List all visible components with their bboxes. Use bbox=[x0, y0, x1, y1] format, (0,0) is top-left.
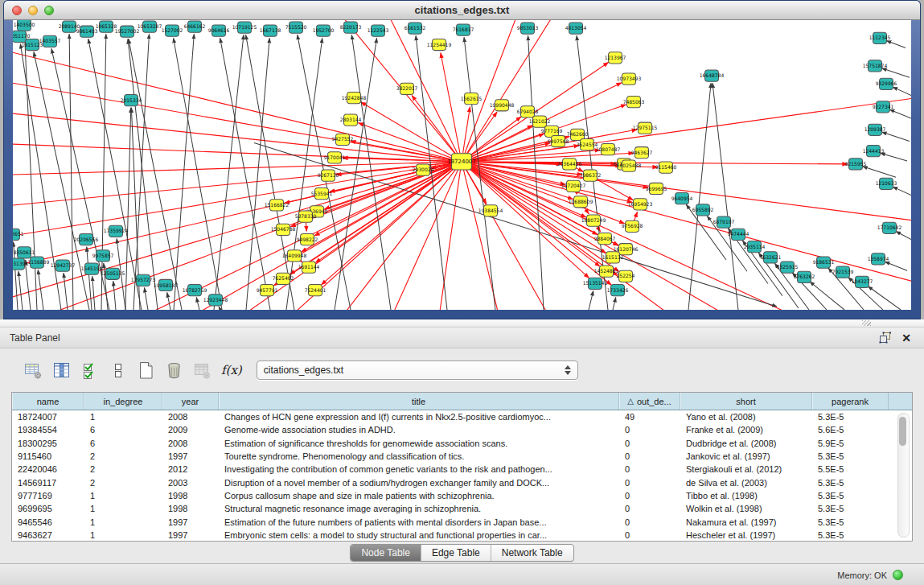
graph-node[interactable]: 2935114 bbox=[744, 241, 766, 253]
table-row[interactable]: 969969511998Structural magnetic resonanc… bbox=[12, 502, 912, 515]
graph-node[interactable]: 20364436 bbox=[557, 159, 582, 170]
table-cell[interactable]: 0 bbox=[619, 504, 680, 513]
graph-node[interactable]: 9227341 bbox=[873, 101, 894, 113]
import-table-icon[interactable] bbox=[190, 359, 214, 381]
graph-node[interactable]: 1545194 bbox=[81, 263, 103, 274]
table-cell[interactable]: 1 bbox=[84, 412, 162, 422]
graph-node[interactable]: 9186531 bbox=[813, 257, 835, 268]
float-window-icon[interactable] bbox=[879, 332, 892, 344]
table-cell[interactable]: Franke et al. (2009) bbox=[680, 425, 812, 435]
table-row[interactable]: 1456911722003Disruption of a novel membe… bbox=[12, 476, 912, 488]
graph-node[interactable]: 19527002 bbox=[115, 26, 140, 37]
table-cell[interactable]: 2003 bbox=[162, 478, 219, 488]
table-cell[interactable]: Disruption of a novel member of a sodium… bbox=[219, 478, 619, 488]
column-header-year[interactable]: year bbox=[162, 393, 219, 410]
column-header-pagerank[interactable]: pagerank bbox=[812, 393, 889, 410]
table-row[interactable]: 1872400712008Changes of HCN gene express… bbox=[12, 410, 912, 423]
graph-node[interactable]: 17710682 bbox=[877, 222, 902, 233]
graph-node[interactable]: 16954923 bbox=[628, 199, 653, 210]
graph-node[interactable]: 19958187 bbox=[154, 279, 179, 290]
table-row[interactable]: 977716911998Corpus callosum shape and si… bbox=[12, 489, 912, 502]
table-cell[interactable]: 1 bbox=[84, 530, 162, 540]
table-row[interactable]: 2242004622012Investigating the contribut… bbox=[12, 463, 912, 476]
tab-network-table[interactable]: Network Table bbox=[491, 545, 573, 561]
graph-node[interactable]: 9498222 bbox=[297, 233, 318, 245]
table-cell[interactable]: Wolkin et al. (1998) bbox=[680, 504, 812, 513]
graph-node[interactable]: 1122543 bbox=[368, 25, 389, 36]
toggle-column-icon[interactable] bbox=[49, 359, 73, 381]
table-cell[interactable]: 2012 bbox=[162, 464, 219, 474]
graph-node[interactable]: 1244413 bbox=[863, 146, 885, 157]
table-cell[interactable]: Yano et al. (2008) bbox=[680, 412, 812, 422]
table-row[interactable]: 946554611997Estimation of the future num… bbox=[12, 515, 912, 528]
select-rows-icon[interactable] bbox=[77, 359, 101, 381]
graph-node[interactable]: 19242848 bbox=[342, 92, 367, 103]
table-cell[interactable]: Estimation of significance thresholds fo… bbox=[219, 439, 619, 448]
table-cell[interactable]: 2008 bbox=[162, 412, 219, 422]
graph-node[interactable]: 15046788 bbox=[271, 224, 296, 235]
table-cell[interactable]: 22420046 bbox=[12, 464, 84, 474]
table-cell[interactable]: 1 bbox=[84, 517, 162, 527]
graph-node[interactable]: 15135141 bbox=[583, 278, 608, 289]
table-row[interactable]: 1830029562008Estimation of significance … bbox=[12, 437, 912, 450]
network-canvas[interactable]: 1872400720511701915123140350014035572089… bbox=[13, 20, 911, 310]
graph-node[interactable]: 12942737 bbox=[51, 260, 76, 271]
graph-node[interactable]: 18807249 bbox=[581, 215, 606, 226]
graph-node[interactable]: 10719125 bbox=[232, 22, 257, 33]
graph-node[interactable]: 9699695 bbox=[646, 183, 667, 194]
graph-node[interactable]: 1209387 bbox=[864, 124, 886, 135]
graph-node[interactable]: 1952700 bbox=[313, 25, 335, 36]
table-cell[interactable]: 1 bbox=[84, 491, 162, 501]
column-header-in_degree[interactable]: in_degree bbox=[84, 393, 162, 410]
table-cell[interactable]: 5.3E-5 bbox=[812, 517, 889, 527]
table-row[interactable]: 946362711997Embryonic stem cells: a mode… bbox=[12, 529, 912, 542]
graph-node[interactable]: 9975857 bbox=[92, 250, 114, 262]
table-cell[interactable]: 5.3E-5 bbox=[812, 530, 889, 540]
zoom-window-icon[interactable] bbox=[44, 6, 54, 15]
graph-node[interactable]: 1358974 bbox=[868, 253, 889, 265]
graph-node[interactable]: 9115460 bbox=[655, 162, 677, 173]
table-cell[interactable]: 1 bbox=[84, 504, 162, 513]
table-scrollbar-thumb[interactable] bbox=[899, 417, 906, 446]
graph-node[interactable]: 9474444 bbox=[728, 229, 749, 240]
table-cell[interactable]: 9115460 bbox=[12, 451, 84, 461]
graph-node[interactable]: 1403500 bbox=[14, 20, 35, 31]
graph-node[interactable]: 9329966 bbox=[876, 78, 897, 89]
graph-node[interactable]: 9861403 bbox=[76, 26, 98, 37]
table-settings-icon[interactable] bbox=[21, 359, 45, 381]
graph-node[interactable]: 9267130 bbox=[318, 170, 339, 181]
table-cell[interactable]: Embryonic stem cells: a model to study s… bbox=[219, 530, 619, 540]
table-cell[interactable]: 19384554 bbox=[12, 425, 84, 435]
table-cell[interactable]: 6 bbox=[84, 439, 162, 448]
column-header-out_de[interactable]: △out_de... bbox=[619, 393, 680, 410]
graph-node[interactable]: 1733426 bbox=[607, 284, 629, 295]
table-row[interactable]: 1938455462009Genome-wide association stu… bbox=[12, 423, 912, 436]
graph-node[interactable]: 8215955 bbox=[845, 159, 867, 170]
graph-node[interactable]: 16648784 bbox=[700, 70, 725, 81]
graph-node[interactable]: 252254 bbox=[617, 270, 635, 282]
graph-node[interactable]: 1562615 bbox=[461, 93, 483, 105]
graph-node[interactable]: 16782759 bbox=[183, 284, 207, 295]
graph-node[interactable]: 15751874 bbox=[863, 60, 888, 72]
table-cell[interactable]: 14569117 bbox=[12, 478, 84, 488]
table-cell[interactable]: 0 bbox=[619, 517, 680, 527]
table-cell[interactable]: 0 bbox=[619, 530, 680, 540]
column-header-name[interactable]: name bbox=[12, 393, 84, 410]
table-cell[interactable]: Dudbridge et al. (2008) bbox=[680, 439, 812, 448]
graph-node[interactable]: 6879197 bbox=[713, 216, 735, 228]
table-source-dropdown[interactable]: citations_edges.txt bbox=[257, 360, 578, 380]
table-cell[interactable]: Hescheler et al. (1997) bbox=[680, 530, 812, 540]
table-cell[interactable]: 2009 bbox=[162, 425, 219, 435]
graph-node[interactable]: 9640954 bbox=[671, 193, 693, 204]
graph-node[interactable]: 4813054 bbox=[565, 23, 587, 34]
graph-node[interactable]: 14524861 bbox=[594, 266, 619, 277]
graph-node[interactable]: 6561532 bbox=[405, 23, 426, 34]
graph-node[interactable]: 1065328 bbox=[96, 21, 117, 32]
graph-node[interactable]: 19384554 bbox=[478, 205, 503, 216]
table-scrollbar[interactable] bbox=[897, 413, 910, 538]
table-cell[interactable]: 0 bbox=[619, 478, 680, 488]
graph-node[interactable]: 7616817 bbox=[453, 24, 474, 35]
graph-node[interactable]: 3624554 bbox=[577, 138, 598, 150]
table-cell[interactable]: 0 bbox=[619, 491, 680, 501]
table-cell[interactable]: de Silva et al. (2003) bbox=[680, 478, 812, 488]
